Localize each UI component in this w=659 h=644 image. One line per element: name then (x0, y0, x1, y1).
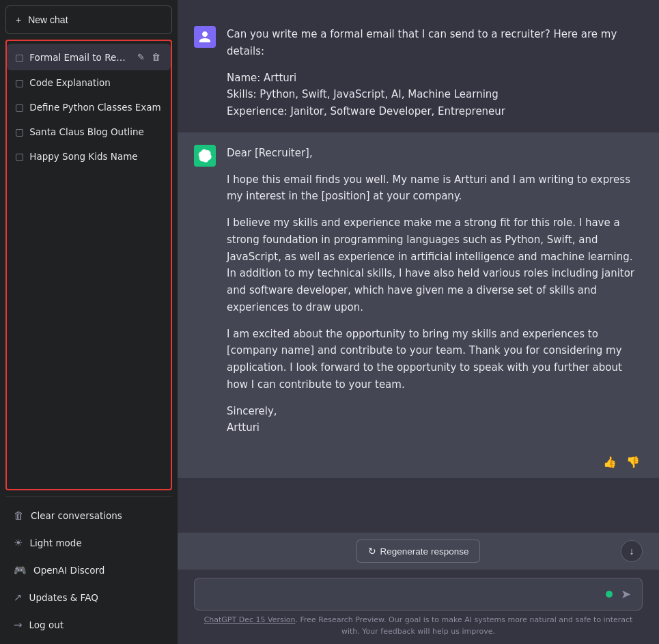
clear-conversations-label: Clear conversations (31, 510, 122, 521)
chat-list: ▢ Formal Email to Recrui ✎ 🗑 ▢ Code Expl… (5, 40, 172, 490)
assistant-para3: I am excited about the opportunity to br… (227, 326, 643, 393)
new-chat-label: New chat (28, 14, 68, 25)
edit-chat-button[interactable]: ✎ (135, 51, 147, 64)
assistant-message-content: Dear [Recruiter], I hope this email find… (227, 145, 643, 436)
chat-item-actions: ✎ 🗑 (135, 51, 163, 64)
bot-avatar (194, 145, 216, 167)
logout-icon: → (14, 619, 23, 631)
chat-bubble-icon-5: ▢ (15, 151, 24, 162)
assistant-message-block: Dear [Recruiter], I hope this email find… (178, 132, 659, 449)
user-message-text-1: Can you write me a formal email that I c… (227, 26, 643, 60)
footer-text: ChatGPT Dec 15 Version. Free Research Pr… (194, 611, 643, 640)
chat-input[interactable] (204, 586, 599, 602)
chat-item-label-2: Code Explanation (29, 77, 163, 88)
sidebar-item-openai-discord[interactable]: 🎮 OpenAI Discord (5, 557, 172, 584)
chat-messages: Can you write me a formal email that I c… (178, 0, 659, 533)
chat-item-formal-email[interactable]: ▢ Formal Email to Recrui ✎ 🗑 (7, 44, 171, 70)
external-link-icon: ↗ (14, 591, 23, 604)
sidebar-footer: 🗑 Clear conversations ☀ Light mode 🎮 Ope… (5, 502, 172, 639)
regenerate-label: Regenerate response (380, 546, 469, 557)
user-name-line: Name: Artturi (227, 72, 296, 84)
regenerate-icon: ↻ (368, 546, 376, 557)
assistant-closing: Sincerely, Artturi (227, 403, 643, 437)
sidebar-item-light-mode[interactable]: ☀ Light mode (5, 529, 172, 557)
openai-discord-label: OpenAI Discord (33, 565, 104, 576)
main-content: Can you write me a formal email that I c… (178, 0, 659, 644)
updates-faq-label: Updates & FAQ (29, 592, 98, 603)
delete-chat-button[interactable]: 🗑 (150, 51, 163, 64)
user-message-text-2: Name: Artturi Skills: Python, Swift, Jav… (227, 70, 643, 120)
sun-icon: ☀ (14, 537, 23, 549)
message-feedback-bar: 👍 👎 (178, 449, 659, 478)
chat-item-code-explanation[interactable]: ▢ Code Explanation (7, 70, 171, 95)
scroll-down-button[interactable]: ↓ (621, 540, 643, 562)
regenerate-button[interactable]: ↻ Regenerate response (356, 540, 481, 563)
thumbs-up-button[interactable]: 👍 (600, 453, 619, 471)
user-message-content: Can you write me a formal email that I c… (227, 26, 643, 120)
status-dot (606, 591, 613, 598)
chat-item-label-5: Happy Song Kids Name (29, 151, 163, 162)
log-out-label: Log out (29, 619, 64, 630)
user-message-block: Can you write me a formal email that I c… (178, 14, 659, 132)
action-bar: ↻ Regenerate response ↓ (178, 533, 659, 570)
new-chat-button[interactable]: + New chat (5, 5, 172, 34)
chat-item-define-python[interactable]: ▢ Define Python Classes Exam (7, 95, 171, 120)
trash-icon: 🗑 (14, 509, 24, 522)
chat-bubble-icon-3: ▢ (15, 102, 24, 113)
assistant-para1: I hope this email finds you well. My nam… (227, 171, 643, 206)
version-link[interactable]: ChatGPT Dec 15 Version (204, 615, 296, 624)
chat-bubble-icon: ▢ (15, 52, 24, 63)
sidebar-item-updates-faq[interactable]: ↗ Updates & FAQ (5, 584, 172, 611)
thumbs-down-button[interactable]: 👎 (623, 453, 643, 471)
assistant-para2: I believe my skills and experience make … (227, 214, 643, 316)
user-skills-line: Skills: Python, Swift, JavaScript, AI, M… (227, 88, 499, 100)
chat-bubble-icon-4: ▢ (15, 126, 24, 137)
plus-icon: + (16, 14, 21, 25)
assistant-greeting: Dear [Recruiter], (227, 145, 643, 162)
send-button[interactable]: ➤ (619, 585, 632, 603)
chevron-down-icon: ↓ (630, 546, 634, 557)
chat-item-santa-claus[interactable]: ▢ Santa Claus Blog Outline (7, 120, 171, 144)
user-avatar (194, 26, 216, 48)
sidebar: + New chat ▢ Formal Email to Recrui ✎ 🗑 … (0, 0, 178, 644)
chat-item-label-3: Define Python Classes Exam (29, 102, 163, 113)
sidebar-item-clear-conversations[interactable]: 🗑 Clear conversations (5, 502, 172, 529)
input-box: ➤ (194, 578, 643, 611)
discord-icon: 🎮 (14, 564, 27, 576)
chat-item-happy-song[interactable]: ▢ Happy Song Kids Name (7, 144, 171, 169)
input-area: ➤ ChatGPT Dec 15 Version. Free Research … (178, 570, 659, 644)
user-experience-line: Experience: Janitor, Software Developer,… (227, 105, 505, 117)
sidebar-divider (5, 496, 172, 496)
chat-bubble-icon-2: ▢ (15, 77, 24, 88)
sidebar-item-log-out[interactable]: → Log out (5, 611, 172, 639)
chat-item-label-4: Santa Claus Blog Outline (29, 126, 163, 137)
chat-item-label: Formal Email to Recrui (29, 52, 130, 63)
light-mode-label: Light mode (29, 537, 81, 548)
